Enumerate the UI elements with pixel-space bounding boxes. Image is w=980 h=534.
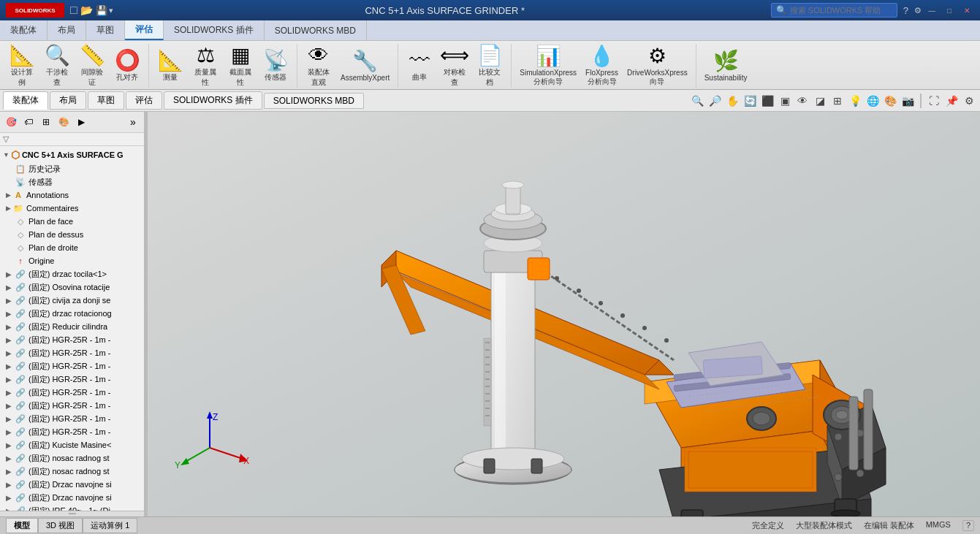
config-manager-icon[interactable]: ⊞: [38, 114, 54, 130]
design-study-button[interactable]: 📐 设计算例: [6, 42, 38, 89]
tree-item-civija[interactable]: ▶ 🔗 (固定) civija za donji se: [0, 294, 144, 307]
tree-item-reducir[interactable]: ▶ 🔗 (固定) Reducir cilindra: [0, 320, 144, 333]
driveworks-button[interactable]: ⚙ DriveWorksXpress向导: [624, 43, 691, 88]
property-manager-icon[interactable]: 🏷: [20, 114, 37, 130]
appearance-manager-icon[interactable]: 🎨: [56, 114, 72, 130]
settings-icon[interactable]: ⚙: [914, 6, 922, 15]
tree-item-origine[interactable]: ↑ Origine: [0, 254, 144, 267]
tree-item-plan-dessus[interactable]: ◇ Plan de dessus: [0, 228, 144, 241]
sustainability-button[interactable]: 🌿 Sustainability: [702, 48, 751, 83]
maximize-button[interactable]: □: [942, 4, 957, 16]
tree-item-label-reducir: (固定) Reducir cilindra: [29, 321, 107, 332]
stab-sketch[interactable]: 草图: [88, 91, 124, 110]
display-mode-icon[interactable]: ▣: [777, 93, 793, 109]
tree-root[interactable]: ▼ ⬡ CNC 5+1 Axis SURFACE G: [0, 148, 144, 162]
sensor-button[interactable]: 📡 传感器: [259, 47, 292, 84]
panel-resize-handle[interactable]: ━━: [0, 511, 144, 516]
stab-sw-mbd[interactable]: SOLIDWORKS MBD: [264, 93, 364, 109]
expand-view-icon[interactable]: ⛶: [926, 93, 942, 109]
simulation-xpress-button[interactable]: 📊 SimulationXpress分析向导: [517, 43, 580, 88]
hide-show-icon[interactable]: 👁: [794, 93, 810, 109]
tree-item-commentaires[interactable]: ▶ 📁 Commentaires: [0, 202, 144, 215]
tree-item-sensors[interactable]: 📡 传感器: [0, 175, 144, 188]
lighting-icon[interactable]: 💡: [847, 93, 863, 109]
tree-item-history[interactable]: 📋 历史记录: [0, 162, 144, 175]
hole-alignment-button[interactable]: ⭕ 孔对齐: [111, 47, 143, 84]
tab-solidworks-plugins[interactable]: SOLIDWORKS 插件: [164, 20, 265, 40]
tree-item-hgr5[interactable]: ▶ 🔗 (固定) HGR-25R - 1m -: [0, 386, 144, 399]
stab-layout[interactable]: 布局: [50, 91, 86, 110]
tree-item-plan-droite[interactable]: ◇ Plan de droite: [0, 241, 144, 254]
help-status-icon[interactable]: ?: [962, 520, 974, 531]
stab-sw-plugins[interactable]: SOLIDWORKS 插件: [164, 91, 262, 110]
assembly-visual-button[interactable]: 👁 装配体直观: [303, 42, 335, 89]
symmetry-button[interactable]: ⟺ 对称检查: [438, 42, 471, 89]
compare-docs-button[interactable]: 📄 比较文档: [474, 42, 506, 89]
status-tab-motion[interactable]: 运动算例 1: [83, 518, 137, 533]
tree-item-hgr2[interactable]: ▶ 🔗 (固定) HGR-25R - 1m -: [0, 346, 144, 359]
interference-check-button[interactable]: 🔍 干涉检查: [41, 42, 73, 89]
tree-item-annotations[interactable]: ▶ A Annotations: [0, 188, 144, 202]
toolbar-dropdown[interactable]: ▾: [109, 6, 113, 15]
feature-manager-icon[interactable]: 🎯: [3, 114, 19, 130]
tree-item-hgr4[interactable]: ▶ 🔗 (固定) HGR-25R - 1m -: [0, 373, 144, 386]
tree-item-drzac1[interactable]: ▶ 🔗 (固定) drzac tocila<1>: [0, 267, 144, 281]
rotate-icon[interactable]: 🔄: [742, 93, 758, 109]
tree-item-hgr7[interactable]: ▶ 🔗 (固定) HGR-25R - 1m -: [0, 412, 144, 425]
tab-layout[interactable]: 布局: [48, 20, 86, 40]
new-icon[interactable]: □: [70, 4, 77, 17]
tree-item-plan-face[interactable]: ◇ Plan de face: [0, 215, 144, 228]
tree-item-drzac-nav2[interactable]: ▶ 🔗 (固定) Drzac navojne si: [0, 491, 144, 504]
tree-item-kuciste[interactable]: ▶ 🔗 (固定) Kuciste Masine<: [0, 438, 144, 451]
settings-view-icon[interactable]: ⚙: [961, 93, 977, 109]
pin-icon[interactable]: 📌: [943, 93, 960, 109]
stab-evaluate[interactable]: 评估: [126, 91, 162, 110]
tab-sketch[interactable]: 草图: [86, 20, 125, 40]
close-button[interactable]: ✕: [960, 4, 974, 16]
tab-assembly[interactable]: 装配体: [0, 20, 48, 40]
tree-item-hgr3[interactable]: ▶ 🔗 (固定) HGR-25R - 1m -: [0, 359, 144, 373]
status-tab-3dview[interactable]: 3D 视图: [38, 518, 83, 533]
help-button[interactable]: ?: [903, 5, 908, 16]
left-panel: 🎯 🏷 ⊞ 🎨 ▶ » ▽ ▼ ⬡ CNC 5+1 Axis SURFACE G…: [0, 112, 145, 516]
tree-item-osovina[interactable]: ▶ 🔗 (固定) Osovina rotacije: [0, 281, 144, 294]
stab-assembly[interactable]: 装配体: [3, 91, 48, 110]
floxpress-button[interactable]: 💧 FloXpress分析向导: [582, 43, 621, 88]
panel-expand-icon[interactable]: »: [125, 114, 141, 130]
search-input[interactable]: [790, 6, 892, 15]
camera-icon[interactable]: 📷: [900, 93, 916, 109]
view-selector-icon[interactable]: ⬛: [759, 93, 775, 109]
open-icon[interactable]: 📂: [80, 4, 93, 16]
appearance-icon[interactable]: 🎨: [882, 93, 898, 109]
pan-icon[interactable]: ✋: [724, 93, 740, 109]
zoom-in-icon[interactable]: 🔎: [707, 93, 723, 109]
status-tab-model[interactable]: 模型: [6, 518, 38, 533]
tree-item-hgr1[interactable]: ▶ 🔗 (固定) HGR-25R - 1m -: [0, 333, 144, 346]
tree-item-drzac-nav1[interactable]: ▶ 🔗 (固定) Drzac navojne si: [0, 478, 144, 491]
tab-solidworks-mbd[interactable]: SOLIDWORKS MBD: [265, 20, 367, 40]
search-box[interactable]: 🔍: [771, 3, 897, 18]
hgr-icon5: 🔗: [15, 386, 26, 398]
curvature-button[interactable]: 〰 曲率: [403, 47, 436, 84]
tree-item-nosac1[interactable]: ▶ 🔗 (固定) nosac radnog st: [0, 451, 144, 465]
view-layout-icon[interactable]: ⊞: [829, 93, 846, 109]
section-view-icon[interactable]: ◪: [812, 93, 828, 109]
mass-props-button[interactable]: ⚖ 质量属性: [189, 42, 221, 89]
tree-item-ire[interactable]: ▶ 🔗 (固定) IRE 40~ - 1~ (Di: [0, 504, 144, 511]
tree-item-label-nosac2: (固定) nosac radnog st: [29, 466, 110, 477]
clearance-button[interactable]: 📏 间隙验证: [76, 42, 108, 89]
save-icon[interactable]: 💾: [96, 5, 107, 16]
tab-evaluate[interactable]: 评估: [125, 20, 164, 40]
sim-manager-icon[interactable]: ▶: [73, 114, 89, 130]
section-props-button[interactable]: ▦ 截面属性: [224, 42, 257, 89]
assembly-xpert-button[interactable]: 🔧 AssemblyXpert: [338, 48, 392, 83]
tree-item-drzac-rot[interactable]: ▶ 🔗 (固定) drzac rotacionog: [0, 307, 144, 320]
tree-item-hgr8[interactable]: ▶ 🔗 (固定) HGR-25R - 1m -: [0, 425, 144, 438]
zoom-to-fit-icon[interactable]: 🔍: [689, 93, 705, 109]
3d-viewport[interactable]: Z X Y: [148, 112, 980, 516]
scene-icon[interactable]: 🌐: [865, 93, 881, 109]
tree-item-nosac2[interactable]: ▶ 🔗 (固定) nosac radnog st: [0, 465, 144, 478]
tree-item-hgr6[interactable]: ▶ 🔗 (固定) HGR-25R - 1m -: [0, 399, 144, 412]
minimize-button[interactable]: —: [924, 4, 939, 16]
measure-button[interactable]: 📐 测量: [154, 47, 186, 84]
